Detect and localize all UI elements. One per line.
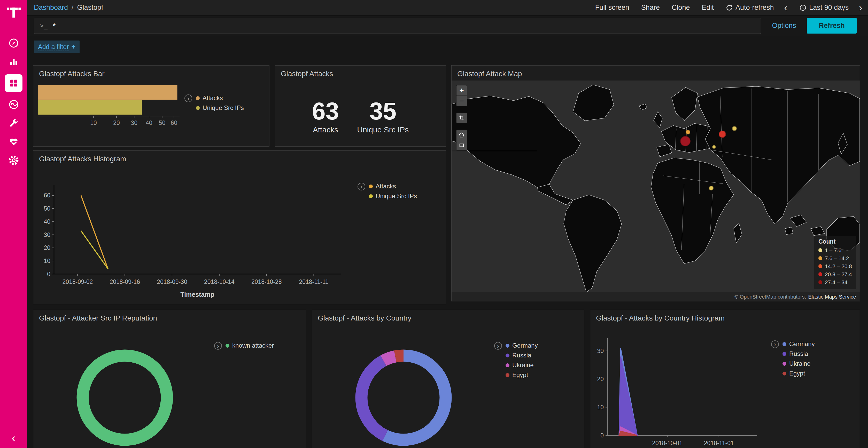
legend-toggle-icon[interactable]: ›	[494, 342, 502, 350]
legend-item[interactable]: Germany	[505, 342, 538, 349]
legend-label: Ukraine	[789, 360, 811, 367]
visualize-icon[interactable]	[8, 56, 20, 68]
metric-row: 63Attacks35Unique Src IPs	[275, 80, 445, 134]
zoom-in-button[interactable]: +	[457, 85, 467, 96]
legend-color-dot	[782, 342, 786, 346]
legend-item[interactable]: Russia	[505, 352, 538, 359]
legend-toggle-icon[interactable]: ›	[214, 342, 222, 350]
panel-title: Glastopf Attack Map	[452, 66, 860, 80]
country-donut-chart[interactable]	[349, 343, 458, 448]
legend-toggle-icon[interactable]: ›	[358, 183, 365, 191]
map-legend-range: 27.4 – 34	[825, 278, 847, 286]
dev-tools-wrench-icon[interactable]	[8, 117, 20, 129]
legend-item[interactable]: Germany	[782, 340, 815, 348]
filter-bar: Add a filter +	[27, 36, 868, 59]
legend-item[interactable]: Unique Src IPs	[196, 104, 244, 111]
legend-item[interactable]: Egypt	[505, 371, 538, 379]
legend-label: Russia	[512, 352, 531, 359]
svg-text:10: 10	[597, 404, 604, 411]
svg-text:30: 30	[44, 232, 51, 238]
legend-item[interactable]: Ukraine	[505, 361, 538, 369]
attack-location-dot[interactable]	[686, 130, 690, 134]
legend-color-dot	[196, 106, 200, 110]
discover-icon[interactable]	[8, 37, 20, 49]
legend-color-dot	[782, 352, 786, 356]
legend-label: Unique Src IPs	[203, 104, 244, 111]
edit-button[interactable]: Edit	[702, 4, 714, 12]
auto-refresh-button[interactable]: Auto-refresh	[726, 4, 774, 12]
attack-map[interactable]: + − Count 1 – 7.67.6 – 14.214.2 – 20.820…	[452, 80, 860, 301]
metric-attacks: 63Attacks	[312, 99, 339, 134]
panel-title: Glastopf - Attacks by Country Histogram	[590, 310, 860, 325]
map-count-legend: Count 1 – 7.67.6 – 14.214.2 – 20.820.8 –…	[814, 236, 856, 289]
svg-text:2018-10-14: 2018-10-14	[204, 278, 235, 285]
full-screen-button[interactable]: Full screen	[595, 4, 629, 12]
map-dots-layer	[452, 80, 860, 301]
legend-color-dot	[505, 364, 509, 367]
svg-text:2018-10-28: 2018-10-28	[251, 278, 282, 285]
legend-color-dot	[505, 373, 509, 377]
svg-text:30: 30	[597, 348, 604, 354]
monitoring-heartbeat-icon[interactable]	[8, 136, 20, 148]
legend-item[interactable]: Attacks	[196, 95, 244, 102]
svg-text:2018-09-30: 2018-09-30	[157, 278, 187, 285]
breadcrumb-dashboard-link[interactable]: Dashboard	[34, 4, 68, 12]
attack-location-dot[interactable]	[709, 186, 714, 191]
time-back-arrow[interactable]: ‹	[784, 4, 788, 12]
osm-attribution[interactable]: © OpenStreetMap contributors,	[735, 294, 806, 300]
reputation-donut-chart[interactable]	[70, 343, 179, 448]
clone-button[interactable]: Clone	[672, 4, 690, 12]
legend-item[interactable]: known attacker	[225, 342, 274, 349]
legend-toggle-icon[interactable]: ›	[771, 340, 779, 348]
legend-item[interactable]: Attacks	[369, 183, 417, 190]
legend-color-dot	[505, 344, 509, 348]
panel-attacks-bar: Glastopf Attacks Bar 102030405060 ›Attac…	[33, 65, 270, 146]
attacks-histogram-chart[interactable]: 01020304050602018-09-022018-09-162018-09…	[36, 166, 359, 300]
svg-text:2018-10-01: 2018-10-01	[652, 440, 683, 446]
legend-label: Attacks	[376, 183, 396, 190]
map-legend-color-dot	[818, 256, 822, 260]
attack-location-dot[interactable]	[719, 131, 726, 138]
legend-item[interactable]: Unique Src IPs	[369, 193, 417, 200]
dashboard-icon[interactable]	[5, 74, 23, 92]
map-legend-range: 7.6 – 14.2	[825, 254, 849, 262]
svg-text:2018-09-02: 2018-09-02	[63, 278, 93, 285]
legend-label: Egypt	[789, 370, 805, 377]
management-gear-icon[interactable]	[8, 154, 20, 166]
add-filter-button[interactable]: Add a filter +	[34, 40, 80, 53]
timelion-icon[interactable]	[8, 99, 20, 110]
options-link[interactable]: Options	[772, 22, 796, 30]
refresh-button[interactable]: Refresh	[807, 18, 857, 34]
map-legend-row: 27.4 – 34	[818, 278, 852, 286]
search-query-input[interactable]: >_ *	[34, 18, 761, 34]
attack-location-dot[interactable]	[680, 136, 690, 146]
legend-item[interactable]: Ukraine	[782, 360, 815, 367]
rectangle-tool-button[interactable]	[457, 140, 467, 150]
time-range-picker[interactable]: Last 90 days	[799, 4, 848, 12]
auto-refresh-icon	[726, 4, 733, 11]
crop-tool-button[interactable]	[457, 113, 467, 123]
map-legend-color-dot	[818, 264, 822, 268]
svg-text:20: 20	[44, 244, 51, 251]
t-mobile-logo	[6, 4, 21, 19]
attacks-bar-chart[interactable]: 102030405060	[35, 82, 188, 134]
svg-text:0: 0	[600, 432, 604, 439]
map-legend-color-dot	[818, 280, 822, 284]
legend-item[interactable]: Egypt	[782, 370, 815, 377]
breadcrumb-separator: /	[71, 4, 74, 12]
elastic-maps-attribution[interactable]: Elastic Maps Service	[808, 294, 856, 300]
polygon-tool-button[interactable]	[457, 130, 467, 140]
breadcrumb-current: Glastopf	[77, 4, 103, 12]
legend-toggle-icon[interactable]: ›	[184, 95, 192, 102]
share-button[interactable]: Share	[641, 4, 660, 12]
legend-color-dot	[369, 194, 373, 198]
legend-label: Germany	[512, 342, 538, 349]
zoom-out-button[interactable]: −	[457, 96, 467, 106]
collapse-sidebar-icon[interactable]: ‹	[8, 432, 20, 444]
country-area-chart[interactable]: 01020302018-10-012018-11-01Timestamp	[592, 327, 762, 448]
attack-location-dot[interactable]	[712, 145, 716, 149]
legend-item[interactable]: Russia	[782, 350, 815, 357]
time-forward-arrow[interactable]: ›	[859, 4, 862, 12]
attack-location-dot[interactable]	[732, 126, 737, 131]
query-bar: >_ * Options Refresh	[27, 15, 868, 36]
